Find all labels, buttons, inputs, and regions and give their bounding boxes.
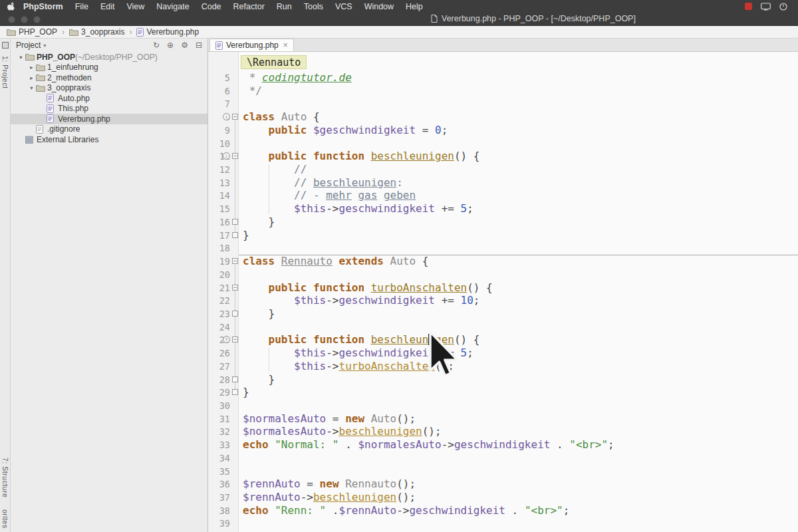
toolstrip-structure-button[interactable]: 7: Structure [1,458,9,497]
code-text[interactable]: $this->geschwindigkeit += 5; [239,346,798,360]
code-text[interactable] [239,452,798,465]
code-line-7[interactable]: 7 [208,97,798,110]
tree-item--gitignore[interactable]: .gitignore [11,124,207,135]
fold-end-icon[interactable] [232,219,238,225]
toolstrip-favorites-button[interactable]: orites [1,509,9,529]
code-line-36[interactable]: 36$rennAuto = new Rennauto(); [208,477,798,491]
code-text[interactable] [239,97,798,110]
menu-code[interactable]: Code [201,2,221,11]
code-line-14[interactable]: 14 // - mehr gas geben [208,189,798,202]
code-line-31[interactable]: 31$normalesAuto = new Auto(); [208,412,798,426]
code-line-8[interactable]: 8−↓class Auto { [208,110,798,124]
locate-icon[interactable]: ⊕ [167,41,174,50]
code-line-24[interactable]: 24 [208,321,798,334]
code-line-5[interactable]: 5 * codingtutor.de [208,71,798,84]
tree-item-1-einfuehrung[interactable]: ▸1_einfuehrung [11,63,207,73]
code-text[interactable]: $this->turboAnschalten(); [239,360,798,373]
code-text[interactable] [239,399,798,412]
tree-item-auto-php[interactable]: Auto.php [11,93,207,104]
code-line-16[interactable]: 16 } [208,215,798,229]
project-toolwindow-icon[interactable] [2,42,9,49]
tree-item-external-libraries[interactable]: External Libraries [11,134,207,145]
code-line-28[interactable]: 28 } [208,373,798,386]
code-line-29[interactable]: 29} [208,386,798,399]
code-text[interactable]: $rennAuto->beschleunigen(); [239,491,798,504]
fold-end-icon[interactable] [232,311,238,317]
code-line-39[interactable]: 39 [208,517,798,530]
gear-icon[interactable]: ⚙ [181,41,188,50]
minimize-button[interactable] [21,16,28,23]
code-line-34[interactable]: 34 [208,452,798,465]
code-text[interactable]: // beschleunigen: [239,176,798,190]
menu-refactor[interactable]: Refactor [233,2,265,11]
menu-phpstorm[interactable]: PhpStorm [23,2,63,11]
code-line-9[interactable]: 9 public $geschwindigkeit = 0; [208,124,798,137]
code-text[interactable] [239,321,798,334]
tab-close-icon[interactable]: × [283,41,288,50]
code-text[interactable] [239,465,798,478]
code-line-10[interactable]: 10 [208,137,798,150]
zoom-button[interactable] [33,16,41,23]
breadcrumb-vererbung-php[interactable]: Vererbung.php [136,27,199,37]
tree-item-this-php[interactable]: This.php [11,104,207,114]
apple-logo-icon[interactable] [7,1,15,11]
code-text[interactable]: $rennAuto = new Rennauto(); [239,477,798,491]
code-text[interactable]: } [239,307,798,321]
code-line-18[interactable]: 18 [208,241,798,255]
fold-collapse-icon[interactable]: − [232,336,238,342]
code-text[interactable]: class Rennauto extends Auto { [239,255,798,268]
code-line-19[interactable]: 19−class Rennauto extends Auto { [208,255,798,268]
fold-collapse-icon[interactable]: − [232,285,238,291]
code-text[interactable] [239,517,798,530]
code-text[interactable]: // [239,163,798,176]
project-view-selector[interactable]: Project [16,41,41,50]
code-text[interactable]: } [239,215,798,229]
code-line-12[interactable]: 12 // [208,163,798,176]
menu-navigate[interactable]: Navigate [156,2,189,11]
code-text[interactable]: public function beschleunigen() { [239,150,798,163]
chevron-down-icon[interactable]: ▾ [27,84,36,91]
chevron-down-icon[interactable]: ▾ [17,54,25,61]
code-line-30[interactable]: 30 [208,399,798,412]
code-line-27[interactable]: 27 $this->turboAnschalten(); [208,360,798,373]
code-line-22[interactable]: 22 $this->geschwindigkeit += 10; [208,294,798,307]
code-text[interactable]: * codingtutor.de [239,71,798,84]
power-icon[interactable] [779,3,787,11]
code-text[interactable] [239,241,798,255]
code-line-25[interactable]: 25−↑ public function beschleunigen() { [208,333,798,346]
editor-body[interactable]: \Rennauto 5 * codingtutor.de6 */78−↓clas… [208,52,798,532]
code-line-11[interactable]: 11−↓ public function beschleunigen() { [208,150,798,163]
collapse-icon[interactable]: ⊟ [196,41,202,50]
editor-breadcrumb-class[interactable]: \Rennauto [241,55,307,69]
code-text[interactable]: $normalesAuto = new Auto(); [239,412,798,426]
code-line-38[interactable]: 38echo "Renn: " .$rennAuto->geschwindigk… [208,504,798,517]
code-line-26[interactable]: 26 $this->geschwindigkeit += 5; [208,346,798,360]
menu-help[interactable]: Help [406,2,423,11]
code-text[interactable]: echo "Normal: " . $normalesAuto->geschwi… [239,438,798,452]
code-text[interactable]: public function beschleunigen() { [239,333,798,346]
code-line-13[interactable]: 13 // beschleunigen: [208,176,798,190]
code-text[interactable]: */ [239,84,798,98]
close-button[interactable] [8,16,15,23]
record-icon[interactable] [745,3,752,10]
menu-file[interactable]: File [75,2,88,11]
fold-end-icon[interactable] [232,389,238,395]
code-text[interactable]: $normalesAuto->beschleunigen(); [239,425,798,438]
code-text[interactable]: } [239,373,798,386]
tree-item-2-methoden[interactable]: ▸2_methoden [11,72,207,83]
menu-window[interactable]: Window [364,2,394,11]
code-text[interactable]: public function turboAnschalten() { [239,281,798,295]
code-text[interactable] [239,268,798,281]
code-text[interactable]: class Auto { [239,110,798,124]
breadcrumb-3-ooppraxis[interactable]: 3_ooppraxis [69,27,124,37]
code-line-33[interactable]: 33echo "Normal: " . $normalesAuto->gesch… [208,438,798,452]
fold-collapse-icon[interactable]: − [232,258,238,264]
tree-item-vererbung-php[interactable]: Vererbung.php [11,114,207,124]
breadcrumb-php-oop[interactable]: PHP_OOP [7,27,57,37]
tree-item-3-ooppraxis[interactable]: ▾3_ooppraxis [11,83,207,94]
code-text[interactable]: public $geschwindigkeit = 0; [239,124,798,137]
code-text[interactable] [239,137,798,150]
code-text[interactable]: } [239,386,798,399]
fold-collapse-icon[interactable]: − [232,153,238,159]
code-line-37[interactable]: 37$rennAuto->beschleunigen(); [208,491,798,504]
